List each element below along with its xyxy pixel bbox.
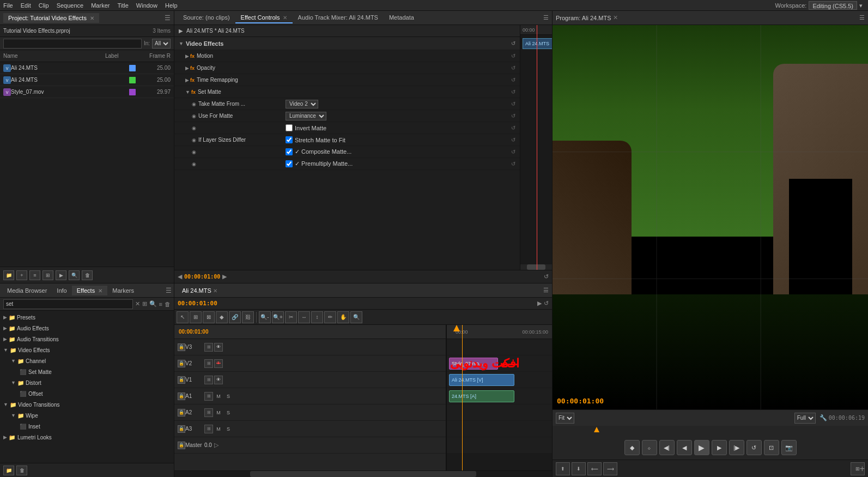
stretch-keyframe[interactable]: ◉ [192,137,196,143]
markers-tab[interactable]: Markers [107,286,139,295]
composite-reset[interactable]: ↺ [511,149,515,155]
presets-folder[interactable]: ▶ 📁 Presets [0,312,174,323]
project-item[interactable]: V Ali 24.MTS 25.00 [0,62,174,74]
premultiply-keyframe[interactable]: ◉ [192,161,196,167]
effects-panel-menu[interactable]: ☰ [166,287,172,294]
offset-item[interactable]: ⬛ Offset [0,388,174,399]
effects-options-icon[interactable]: ≡ [159,301,162,307]
tl-hand[interactable]: ✋ [337,311,349,323]
invert-reset[interactable]: ↺ [511,125,515,131]
audio-effects-folder[interactable]: ▶ 📁 Audio Effects [0,323,174,334]
a1-m[interactable]: M [214,392,223,401]
a3-sync[interactable]: ⊞ [204,425,213,433]
effects-trash[interactable]: 🗑 [16,466,27,475]
transport-export-frame[interactable]: 📷 [781,440,797,455]
distort-folder[interactable]: ▼ 📁 Distort [0,377,174,388]
effects-new-folder[interactable]: 📁 [3,466,14,475]
use-matte-keyframe[interactable]: ◉ [192,113,196,119]
take-matte-reset[interactable]: ↺ [511,101,515,107]
a3-lock[interactable]: 🔒 [178,425,185,433]
inset-item[interactable]: ⬛ Inset [0,421,174,432]
new-bin-button[interactable]: 📁 [3,270,14,280]
a1-sync[interactable]: ⊞ [204,392,213,401]
project-in-select[interactable]: All [152,39,171,49]
menu-sequence[interactable]: Sequence [57,2,84,9]
tl-select-tool[interactable]: ↖ [177,311,189,323]
take-matte-select[interactable]: Video 2 [286,100,318,108]
add-panel-btn[interactable]: + [860,464,865,474]
tl-pen[interactable]: ✏ [324,311,336,323]
opacity-expand[interactable]: ▶ [185,65,189,71]
menu-marker[interactable]: Marker [91,2,110,9]
motion-reset[interactable]: ↺ [511,53,515,59]
use-matte-reset[interactable]: ↺ [511,113,515,119]
program-close[interactable]: ✕ [613,14,618,21]
tl-loop-btn[interactable]: ↺ [544,300,549,307]
tl-play-btn[interactable]: ▶ [537,300,542,307]
video-effects-folder[interactable]: ▼ 📁 Video Effects [0,345,174,355]
transport-safe-margins[interactable]: ⊡ [764,440,779,455]
effects-trash-icon[interactable]: 🗑 [165,301,171,307]
invert-keyframe[interactable]: ◉ [192,125,196,131]
ec-nav-right[interactable]: ▶ [222,273,227,280]
stretch-checkbox[interactable] [286,136,293,143]
project-item[interactable]: V Ali 24.MTS 25.00 [0,74,174,86]
menu-help[interactable]: Help [165,2,178,9]
v3-lock[interactable]: 🔒 [178,343,185,351]
tl-timecode[interactable]: 00:00:01:00 [178,300,217,307]
transport-mark-in[interactable]: ◆ [624,440,640,455]
wrench-icon[interactable]: 🔧 [820,414,827,421]
v3-sync[interactable]: ⊞ [204,343,213,352]
v3-eye[interactable]: 👁 [214,343,223,352]
v2-sync[interactable]: ⊞ [204,359,213,368]
ec-tab-close[interactable]: ✕ [283,15,287,21]
project-panel-menu[interactable]: ☰ [165,14,171,22]
ec-play-btn[interactable]: ▶ [179,28,183,34]
composite-keyframe[interactable]: ◉ [192,149,196,155]
time-remap-reset[interactable]: ↺ [511,77,515,83]
tl-link-btn[interactable]: ⛓ [242,311,254,323]
premultiply-checkbox[interactable] [286,160,293,167]
composite-checkbox[interactable] [286,148,293,155]
timeline-scrollbar[interactable] [174,470,552,477]
a3-m[interactable]: M [214,425,223,433]
tl-zoom-in[interactable]: 🔍+ [272,311,284,323]
transport-next-frame[interactable]: ▶ [712,440,727,455]
take-matte-keyframe[interactable]: ◉ [192,101,196,107]
audio-transitions-folder[interactable]: ▶ 📁 Audio Transitions [0,334,174,345]
time-remap-expand[interactable]: ▶ [185,77,189,83]
v2-eye[interactable]: 👁 [214,359,223,368]
menu-window[interactable]: Window [136,2,157,9]
use-matte-select[interactable]: Luminance [286,112,326,120]
audio-mixer-tab[interactable]: Audio Track Mixer: Ali 24.MTS [293,13,384,23]
ec-panel-menu[interactable]: ☰ [543,14,549,21]
menu-file[interactable]: File [3,2,13,9]
extract-button[interactable]: ⬇ [572,462,586,475]
v2-clip[interactable]: Style_07.mo... [449,358,498,370]
wipe-folder[interactable]: ▼ 📁 Wipe [0,410,174,421]
set-matte-item[interactable]: ⬛ Set Matte [0,366,174,377]
menu-edit[interactable]: Edit [21,2,31,9]
ec-nav-left[interactable]: ◀ [178,273,182,280]
a2-m[interactable]: M [214,408,223,417]
project-tab-close[interactable]: ✕ [90,15,94,21]
clear-search-icon[interactable]: ✕ [135,300,140,307]
insert-button[interactable]: ⟵ [587,462,602,475]
timeline-tab[interactable]: Ali 24.MTS ✕ [178,286,222,295]
automate-button[interactable]: ▶ [56,270,66,280]
premultiply-reset[interactable]: ↺ [511,161,515,167]
tl-zoom-out[interactable]: 🔍- [259,311,271,323]
video-effects-reset[interactable]: ↺ [511,40,515,46]
effects-view-icon[interactable]: ⊞ [142,300,147,307]
ec-loop-btn[interactable]: ↺ [544,273,549,280]
a1-clip[interactable]: 24.MTS [A] [449,390,514,402]
transport-forward-out[interactable]: |▶ [729,440,744,455]
a3-s[interactable]: S [224,425,233,433]
video-transitions-folder[interactable]: ▼ 📁 Video Transitions [0,399,174,410]
opacity-reset[interactable]: ↺ [511,65,515,71]
a2-lock[interactable]: 🔒 [178,409,185,416]
effect-controls-tab[interactable]: Effect Controls ✕ [235,13,293,23]
a1-s[interactable]: S [224,392,233,401]
delete-button[interactable]: 🗑 [82,270,93,280]
effects-tab[interactable]: Effects ✕ [72,286,108,295]
